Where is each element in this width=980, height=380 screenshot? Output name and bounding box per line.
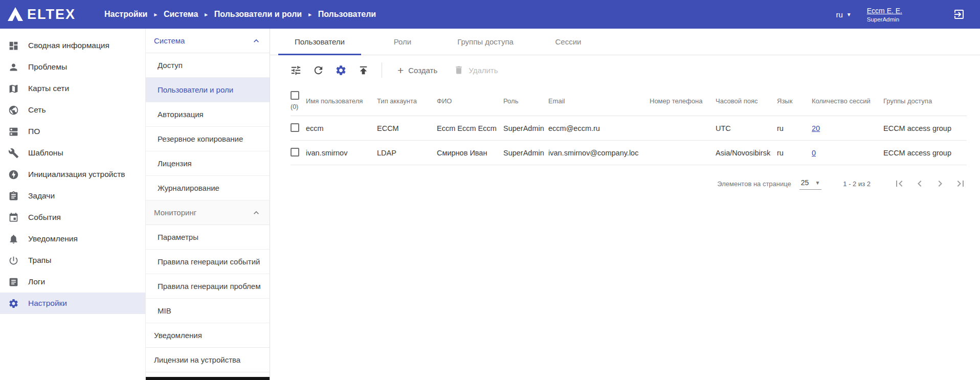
breadcrumb: Настройки ▸ Система ▸ Пользователи и рол…	[104, 10, 376, 19]
user-name-link[interactable]: Eccm E. E.	[867, 7, 902, 15]
cell-email: ivan.smirnov@company.loc	[548, 141, 650, 165]
events-calendar-icon	[8, 212, 19, 223]
sidebar-item-problems[interactable]: Проблемы	[0, 56, 145, 78]
items-per-page-label: Элементов на странице	[717, 180, 791, 188]
cell-username: ivan.smirnov	[306, 141, 377, 165]
chevron-up-icon	[251, 36, 261, 46]
sidebar-item-label: Логи	[28, 277, 45, 286]
eltex-logo[interactable]: ELTEX	[7, 7, 93, 23]
tab-users[interactable]: Пользователи	[278, 29, 361, 55]
submenu-item-license[interactable]: Лицензия	[146, 151, 270, 176]
sidebar-item-summary[interactable]: Сводная информация	[0, 35, 145, 56]
column-header-sessions[interactable]: Количество сессий	[812, 85, 883, 116]
submenu-item-backup[interactable]: Резервное копирование	[146, 127, 270, 151]
sidebar-item-software[interactable]: ПО	[0, 121, 145, 142]
globe-icon	[8, 105, 19, 116]
sidebar-item-templates[interactable]: Шаблоны	[0, 142, 145, 164]
create-button[interactable]: + Создать	[390, 61, 444, 80]
network-map-icon	[8, 83, 19, 94]
row-checkbox[interactable]	[291, 148, 299, 157]
sidebar-item-notifications[interactable]: Уведомления	[0, 228, 145, 250]
row-checkbox[interactable]	[291, 123, 299, 132]
submenu-item-event-rules[interactable]: Правила генерации событий	[146, 250, 270, 274]
submenu-section-system[interactable]: Система	[146, 29, 270, 53]
settings-gear-icon	[8, 298, 19, 309]
export-icon	[358, 64, 369, 76]
refresh-button[interactable]	[308, 60, 328, 80]
user-menu[interactable]: Eccm E. E. SuperAdmin	[867, 7, 902, 23]
table-row[interactable]: ivan.smirnov LDAP Смирнов Иван SuperAdmi…	[291, 141, 967, 165]
items-per-page-select[interactable]: 25 ▼	[799, 177, 821, 190]
sidebar-item-settings[interactable]: Настройки	[0, 293, 145, 314]
sessions-count-link[interactable]: 20	[812, 124, 820, 132]
submenu-section-notifications[interactable]: Уведомления	[146, 323, 270, 348]
sessions-count-link[interactable]: 0	[812, 149, 816, 157]
cell-email: eccm@eccm.ru	[548, 116, 650, 141]
breadcrumb-item-settings[interactable]: Настройки	[104, 10, 147, 19]
row-checkbox-cell	[291, 141, 306, 165]
tab-sessions[interactable]: Сессии	[527, 29, 610, 55]
submenu-item-problem-rules[interactable]: Правила генерации проблем	[146, 274, 270, 299]
submenu-item-mib[interactable]: MIB	[146, 299, 270, 323]
cell-phone	[650, 141, 716, 165]
tab-roles[interactable]: Роли	[361, 29, 444, 55]
main-content: Пользователи Роли Группы доступа Сессии	[270, 29, 980, 380]
filter-button[interactable]	[285, 60, 306, 80]
sidebar-item-label: Трапы	[28, 256, 51, 265]
sidebar-item-tasks[interactable]: Задачи	[0, 185, 145, 207]
traps-icon	[8, 255, 19, 266]
cell-language: ru	[777, 141, 812, 165]
sidebar-item-events[interactable]: События	[0, 207, 145, 228]
cell-account-type: LDAP	[377, 141, 437, 165]
submenu-item-access[interactable]: Доступ	[146, 53, 270, 78]
submenu-item-users-roles[interactable]: Пользователи и роли	[146, 78, 270, 102]
language-value: ru	[836, 10, 843, 19]
sidebar-item-traps[interactable]: Трапы	[0, 250, 145, 271]
delete-button-label: Удалить	[469, 66, 498, 75]
column-header-account-type[interactable]: Тип аккаунта	[377, 85, 437, 116]
first-page-button[interactable]	[889, 173, 909, 194]
column-header-language[interactable]: Язык	[777, 85, 812, 116]
export-button[interactable]	[353, 60, 373, 80]
table-toolbar: + Создать Удалить	[270, 55, 980, 85]
sidebar-item-network-maps[interactable]: Карты сети	[0, 78, 145, 99]
cell-phone	[650, 116, 716, 141]
column-header-phone[interactable]: Номер телефона	[650, 85, 716, 116]
column-header-access-groups[interactable]: Группы доступа	[883, 85, 967, 116]
submenu-item-logging[interactable]: Журналирование	[146, 176, 270, 200]
delete-button[interactable]: Удалить	[447, 61, 505, 79]
previous-page-button[interactable]	[909, 173, 930, 194]
logout-button[interactable]	[951, 7, 967, 22]
submenu-item-parameters[interactable]: Параметры	[146, 225, 270, 250]
submenu-item-authorization[interactable]: Авторизация	[146, 102, 270, 127]
breadcrumb-item-system[interactable]: Система	[164, 10, 198, 19]
column-header-username[interactable]: Имя пользователя	[306, 85, 377, 116]
table-row[interactable]: eccm ECCM Eccm Eccm Eccm SuperAdmin eccm…	[291, 116, 967, 141]
submenu-section-monitoring[interactable]: Мониторинг	[146, 200, 270, 225]
users-table: (0) Имя пользователя Тип аккаунта ФИО Ро…	[291, 85, 967, 165]
submenu-item-label: Доступ	[158, 61, 183, 70]
breadcrumb-item-users[interactable]: Пользователи	[318, 10, 376, 19]
column-header-timezone[interactable]: Часовой пояс	[716, 85, 777, 116]
next-page-button[interactable]	[930, 173, 950, 194]
language-selector[interactable]: ru ▼	[836, 10, 852, 19]
column-header-full-name[interactable]: ФИО	[437, 85, 503, 116]
refresh-icon	[313, 64, 324, 76]
column-header-role[interactable]: Роль	[503, 85, 548, 116]
last-page-button[interactable]	[950, 173, 971, 194]
tab-label: Группы доступа	[457, 37, 514, 46]
select-all-checkbox[interactable]	[291, 91, 299, 100]
submenu-item-label: MIB	[158, 306, 171, 315]
breadcrumb-item-users-roles[interactable]: Пользователи и роли	[214, 10, 302, 19]
column-settings-icon	[335, 64, 347, 76]
submenu-section-device-licenses[interactable]: Лицензии на устройства	[146, 348, 270, 372]
tab-access-groups[interactable]: Группы доступа	[444, 29, 527, 55]
column-header-email[interactable]: Email	[548, 85, 650, 116]
chevron-down-icon: ▼	[815, 180, 820, 186]
eltex-logo-text: ELTEX	[27, 7, 76, 23]
sidebar-item-network[interactable]: Сеть	[0, 99, 145, 121]
sidebar-item-logs[interactable]: Логи	[0, 271, 145, 293]
sidebar-item-device-init[interactable]: Инициализация устройств	[0, 164, 145, 185]
column-settings-button[interactable]	[330, 60, 351, 80]
breadcrumb-arrow-icon: ▸	[205, 11, 208, 18]
